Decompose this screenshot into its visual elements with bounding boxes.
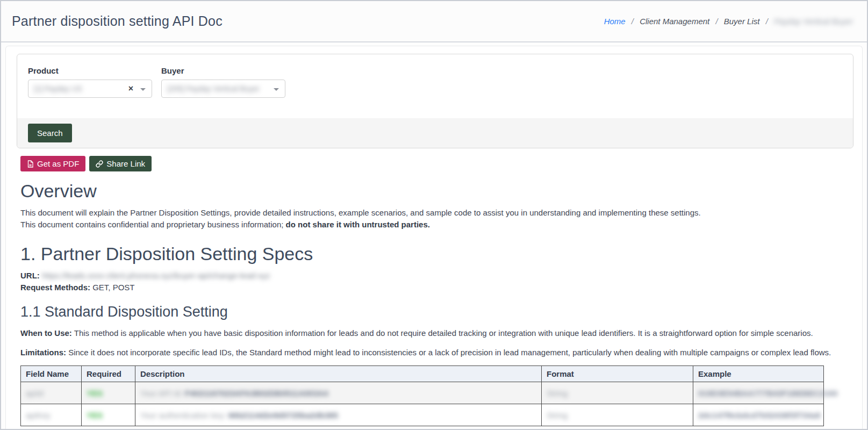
description-value: Your API Id: F4021167023AFA3B02DB0511A00… [140,389,328,398]
product-label: Product [28,66,152,75]
get-as-pdf-label: Get as PDF [37,159,79,168]
search-filter-body: Product [1] Payday US × Buyer [205] Payd… [17,54,853,118]
page-title: Partner disposition setting API Doc [12,13,223,29]
search-button[interactable]: Search [28,124,72,142]
example-value: 2dc147f9cbdcd7b52438f3f734a9 [698,411,821,420]
required-value: YES [87,411,103,420]
link-icon [96,160,103,168]
product-select-value: [1] Payday US [34,84,82,93]
breadcrumb-home[interactable]: Home [604,17,626,26]
page: Partner disposition setting API Doc Home… [0,0,868,430]
buyer-field-group: Buyer [205] Payday Vertical Buyer [161,66,285,98]
chevron-down-icon[interactable] [274,88,279,91]
col-required: Required [82,366,135,382]
clear-icon[interactable]: × [128,83,133,94]
example-value: 019D3E54BAA777B43F1BEBEC2193 [698,389,837,398]
share-link-button[interactable]: Share Link [89,156,152,171]
format-value: String [547,389,568,398]
limitations-label: Limitations: [20,348,66,357]
content-panel: Product [1] Payday US × Buyer [205] Payd… [5,46,863,429]
breadcrumb-separator: / [632,17,634,26]
breadcrumb: Home / Client Management / Buyer List / … [604,17,853,26]
breadcrumb-buyer-list[interactable]: Buyer List [724,17,760,26]
product-field-group: Product [1] Payday US × [28,66,152,98]
section1-meta: URL: https://leads.xxxx-client.phonexa.x… [20,270,853,293]
when-to-use-label: When to Use: [20,328,72,338]
col-format: Format [542,366,693,382]
chevron-down-icon[interactable] [140,88,146,91]
required-value: YES [87,389,103,398]
search-filter-footer: Search [17,118,853,148]
limitations-paragraph: Limitations: Since it does not incorpora… [20,347,853,359]
fields-table: Field Name Required Description Format E… [20,366,824,426]
when-to-use-text: This method is applicable when you have … [72,328,813,338]
col-example: Example [693,366,824,382]
breadcrumb-buyer-name: Payday Vertical Buyer [774,17,853,26]
url-value: https://leads.xxxx-client.phonexa.xyz/bu… [42,271,270,280]
section1-1-heading: 1.1 Standard Disposition Setting [20,303,853,321]
page-header: Partner disposition setting API Doc Home… [1,1,867,42]
url-row: URL: https://leads.xxxx-client.phonexa.x… [20,270,853,282]
share-link-label: Share Link [106,159,145,168]
breadcrumb-separator: / [766,17,768,26]
table-row: apiKey YES Your authentication key: 66b2… [21,404,824,426]
overview-heading: Overview [20,180,853,202]
field-name-value: apiId [26,389,44,398]
product-select[interactable]: [1] Payday US × [28,80,152,98]
overview-warning: do not share it with untrusted parties. [286,220,430,229]
get-as-pdf-button[interactable]: Get as PDF [20,156,85,171]
buyer-select[interactable]: [205] Payday Vertical Buyer [161,80,285,98]
breadcrumb-client-management[interactable]: Client Management [640,17,709,26]
url-label: URL: [20,271,40,280]
limitations-text: Since it does not incorporate specific l… [66,348,831,357]
request-methods-value: GET, POST [90,283,135,292]
col-field-name: Field Name [21,366,82,382]
when-to-use-paragraph: When to Use: This method is applicable w… [20,327,853,339]
table-header-row: Field Name Required Description Format E… [21,366,824,382]
section1-heading: 1. Partner Disposition Setting Specs [20,242,853,266]
format-value: String [547,411,568,420]
request-methods-row: Request Methods: GET, POST [20,282,853,293]
overview-paragraph: This document will explain the Partner D… [20,207,853,230]
api-doc-content: Overview This document will explain the … [17,180,853,426]
breadcrumb-separator: / [715,17,718,26]
description-value: Your authentication key: 66b2114d2e9d072… [140,411,338,420]
action-buttons: Get as PDF Share Link [17,156,853,171]
col-description: Description [135,366,542,382]
request-methods-label: Request Methods: [20,283,90,292]
field-name-value: apiKey [26,411,51,420]
pdf-file-icon [27,160,34,168]
buyer-select-value: [205] Payday Vertical Buyer [167,84,260,93]
search-filter-card: Product [1] Payday US × Buyer [205] Payd… [17,54,853,148]
buyer-label: Buyer [161,66,285,75]
table-row: apiId YES Your API Id: F4021167023AFA3B0… [21,382,824,404]
overview-line2: This document contains confidential and … [20,220,286,229]
overview-line1: This document will explain the Partner D… [20,208,701,217]
